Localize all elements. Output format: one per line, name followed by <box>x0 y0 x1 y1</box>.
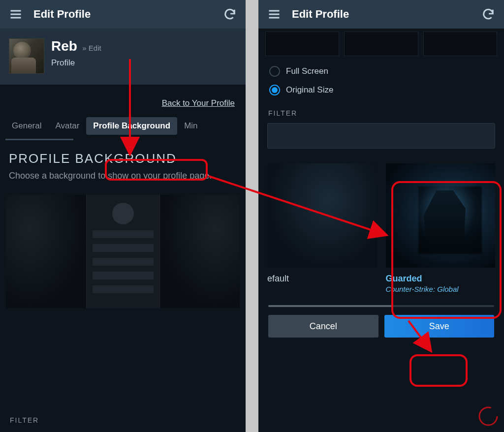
tab-profile-background[interactable]: Profile Background <box>86 117 177 135</box>
background-preview <box>6 195 240 308</box>
cancel-button[interactable]: Cancel <box>268 315 378 338</box>
screenshot-left: Edit Profile Reb » Edit Profile Back to … <box>0 0 249 432</box>
screenshot-right: Edit Profile Full Screen Original Size F… <box>255 0 504 432</box>
card-sublabel: Counter-Strike: Global <box>386 285 496 293</box>
back-to-profile-link[interactable]: Back to Your Profile <box>162 98 235 108</box>
save-button[interactable]: Save <box>384 315 495 338</box>
tab-general[interactable]: General <box>5 117 48 135</box>
tab-min[interactable]: Min <box>177 117 204 135</box>
profile-name: Reb <box>51 38 77 54</box>
breadcrumb: » Edit <box>82 44 101 52</box>
profile-summary: Reb » Edit Profile <box>0 29 246 85</box>
radio-label: Full Screen <box>286 66 328 76</box>
filter-label: FILTER <box>258 99 504 120</box>
card-label: efault <box>267 274 377 284</box>
refresh-icon[interactable] <box>223 7 237 21</box>
radio-label: Original Size <box>286 85 333 95</box>
card-label: Guarded <box>386 274 496 284</box>
card-default[interactable]: efault . <box>267 163 377 293</box>
preview-thumb <box>423 31 497 56</box>
card-image <box>267 163 377 268</box>
page-title: Edit Profile <box>292 8 349 21</box>
radio-on-icon <box>269 85 280 95</box>
preview-thumbs <box>265 31 497 56</box>
card-guarded[interactable]: Guarded Counter-Strike: Global <box>386 163 496 293</box>
tabs: General Avatar Profile Background Min <box>0 115 246 137</box>
svg-point-3 <box>479 407 497 425</box>
section-title: PROFILE BACKGROUND <box>0 140 246 169</box>
header-bar: Edit Profile <box>0 0 246 29</box>
page-title: Edit Profile <box>33 8 91 21</box>
radio-off-icon <box>269 66 280 77</box>
refresh-icon[interactable] <box>481 7 495 21</box>
watermark-icon <box>475 403 501 429</box>
scroll-indicator[interactable] <box>268 305 494 307</box>
preview-thumb <box>265 31 339 56</box>
preview-thumb <box>344 31 418 56</box>
breadcrumb-sub: Profile <box>51 58 101 68</box>
radio-original-size[interactable]: Original Size <box>258 81 504 99</box>
tab-avatar[interactable]: Avatar <box>48 117 86 135</box>
section-desc: Choose a background to show on your prof… <box>0 169 246 191</box>
menu-icon[interactable] <box>9 7 23 21</box>
filter-label: FILTER <box>0 406 49 427</box>
header-bar: Edit Profile <box>258 0 504 29</box>
menu-icon[interactable] <box>267 7 281 21</box>
filter-input[interactable] <box>267 123 495 149</box>
avatar[interactable] <box>9 38 44 74</box>
card-image <box>386 163 496 268</box>
radio-full-screen[interactable]: Full Screen <box>258 62 504 81</box>
